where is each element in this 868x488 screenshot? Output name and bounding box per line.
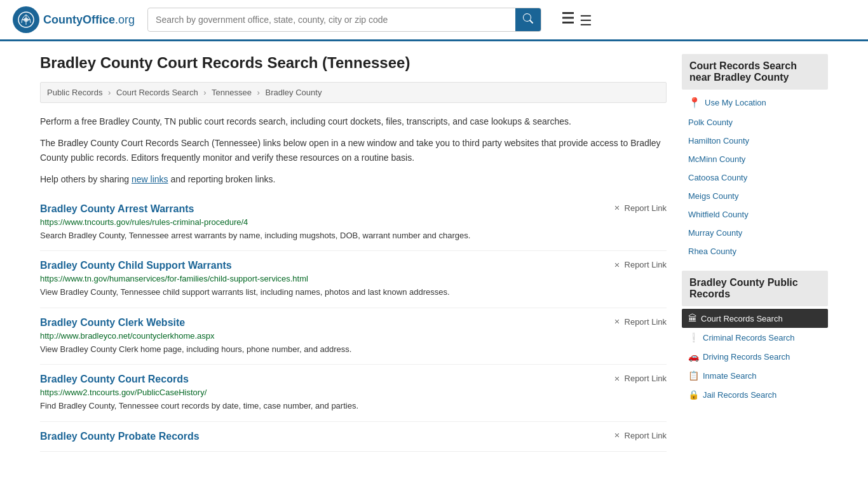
breadcrumb: Public Records › Court Records Search › … <box>40 82 667 103</box>
public-records-title: Bradley County Public Records <box>682 271 828 306</box>
nearby-county-link[interactable]: Meigs County <box>682 187 828 205</box>
nearby-counties-list: Polk CountyHamilton CountyMcMinn CountyC… <box>682 113 828 261</box>
record-title[interactable]: Bradley County Arrest Warrants <box>40 203 194 215</box>
record-desc: View Bradley County Clerk home page, inc… <box>40 343 667 356</box>
content-area: Bradley County Court Records Search (Ten… <box>40 54 667 452</box>
breadcrumb-court-records[interactable]: Court Records Search <box>116 88 198 97</box>
records-list: Bradley County Arrest Warrants Report Li… <box>40 194 667 452</box>
location-pin-icon: 📍 <box>688 97 701 109</box>
record-url[interactable]: https://www2.tncourts.gov/PublicCaseHist… <box>40 388 667 397</box>
sidebar-link-icon: 🚗 <box>688 351 699 362</box>
report-link[interactable]: Report Link <box>613 317 667 327</box>
sidebar: Court Records Search near Bradley County… <box>682 54 828 452</box>
report-link[interactable]: Report Link <box>613 260 667 269</box>
site-header: CountyOffice.org ☰ <box>0 0 868 41</box>
record-url[interactable]: https://www.tncourts.gov/rules/rules-cri… <box>40 217 667 227</box>
public-records-links: 🏛Court Records Search❕Criminal Records S… <box>682 309 828 404</box>
public-records-section: Bradley County Public Records 🏛Court Rec… <box>682 271 828 404</box>
record-desc: Search Bradley County, Tennessee arrest … <box>40 229 667 242</box>
record-item: Bradley County Clerk Website Report Link… <box>40 308 667 365</box>
nearby-section-title: Court Records Search near Bradley County <box>682 54 828 90</box>
nearby-county-link[interactable]: Catoosa County <box>682 168 828 187</box>
record-item: Bradley County Probate Records Report Li… <box>40 422 667 452</box>
record-url[interactable]: https://www.tn.gov/humanservices/for-fam… <box>40 274 667 283</box>
search-button[interactable] <box>515 8 541 31</box>
sidebar-link-icon: 📋 <box>688 370 699 381</box>
main-container: Bradley County Court Records Search (Ten… <box>27 41 841 464</box>
description-3: Help others by sharing new links and rep… <box>40 172 667 186</box>
page-title: Bradley County Court Records Search (Ten… <box>40 54 667 72</box>
record-desc: View Bradley County, Tennessee child sup… <box>40 286 667 299</box>
nearby-county-link[interactable]: Whitfield County <box>682 205 828 224</box>
new-links[interactable]: new links <box>132 174 168 184</box>
sidebar-link-icon: ❕ <box>688 332 699 342</box>
search-bar <box>147 8 541 32</box>
use-location[interactable]: 📍 Use My Location <box>682 92 828 113</box>
logo-icon <box>13 6 39 33</box>
nearby-county-link[interactable]: Polk County <box>682 113 828 132</box>
search-input[interactable] <box>148 10 515 30</box>
record-desc: Find Bradley County, Tennessee court rec… <box>40 400 667 412</box>
report-link[interactable]: Report Link <box>613 374 667 383</box>
record-item: Bradley County Court Records Report Link… <box>40 365 667 422</box>
breadcrumb-bradley-county[interactable]: Bradley County <box>266 88 322 97</box>
sidebar-link-icon: 🏛 <box>688 313 697 323</box>
report-link[interactable]: Report Link <box>613 431 667 440</box>
nearby-county-link[interactable]: Hamilton County <box>682 132 828 150</box>
record-title[interactable]: Bradley County Probate Records <box>40 431 200 442</box>
nearby-section: Court Records Search near Bradley County… <box>682 54 828 261</box>
public-record-link[interactable]: ❕Criminal Records Search <box>682 328 828 347</box>
record-title[interactable]: Bradley County Child Support Warrants <box>40 260 232 271</box>
record-item: Bradley County Arrest Warrants Report Li… <box>40 194 667 252</box>
record-item: Bradley County Child Support Warrants Re… <box>40 251 667 308</box>
public-record-link[interactable]: 🔒Jail Records Search <box>682 385 828 404</box>
report-link[interactable]: Report Link <box>613 203 667 213</box>
record-title[interactable]: Bradley County Court Records <box>40 374 189 385</box>
description-1: Perform a free Bradley County, TN public… <box>40 114 667 128</box>
sidebar-link-icon: 🔒 <box>688 390 699 400</box>
nearby-county-link[interactable]: McMinn County <box>682 150 828 168</box>
menu-button[interactable]: ☰ <box>560 10 592 29</box>
breadcrumb-public-records[interactable]: Public Records <box>47 88 102 97</box>
logo[interactable]: CountyOffice.org <box>13 6 135 33</box>
logo-text: CountyOffice.org <box>43 13 135 27</box>
nearby-county-link[interactable]: Murray County <box>682 224 828 242</box>
record-title[interactable]: Bradley County Clerk Website <box>40 317 185 329</box>
public-record-link[interactable]: 🏛Court Records Search <box>682 309 828 328</box>
nearby-county-link[interactable]: Rhea County <box>682 242 828 261</box>
breadcrumb-tennessee[interactable]: Tennessee <box>212 88 252 97</box>
description-2: The Bradley County Court Records Search … <box>40 136 667 165</box>
public-record-link[interactable]: 📋Inmate Search <box>682 366 828 385</box>
public-record-link[interactable]: 🚗Driving Records Search <box>682 347 828 366</box>
record-url[interactable]: http://www.bradleyco.net/countyclerkhome… <box>40 331 667 341</box>
